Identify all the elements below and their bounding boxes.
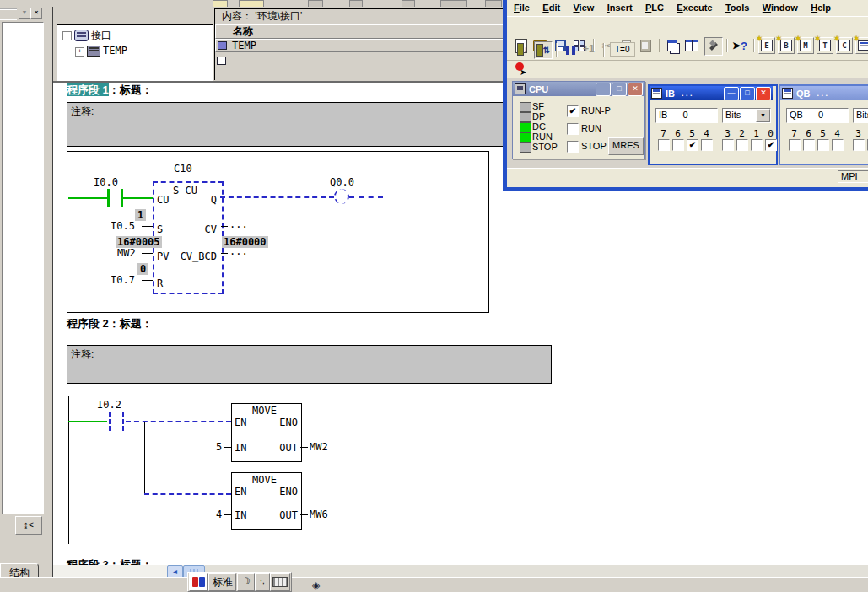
cpu-mode-runp-label: RUN-P: [581, 105, 611, 116]
ib-address-prefix: IB: [656, 109, 667, 122]
network2-comment[interactable]: 注释:: [67, 345, 552, 384]
ib-bit1-checkbox[interactable]: [751, 139, 763, 151]
ime-mode-button[interactable]: 标准: [208, 573, 236, 591]
ib-bit7-checkbox[interactable]: [658, 139, 670, 151]
ib-format-combobox[interactable]: Bits ▼: [722, 108, 771, 123]
new-row-icon-cell[interactable]: [215, 55, 228, 67]
cv-output-value[interactable]: ...: [229, 218, 248, 230]
network2-title[interactable]: 程序段 2：标题：: [67, 316, 153, 331]
network3-title[interactable]: 程序段 3：标题：: [67, 557, 153, 565]
ime-softkeyboard-icon[interactable]: [270, 573, 290, 591]
network1-comment[interactable]: 注释:: [67, 102, 507, 147]
ib-bit3-checkbox[interactable]: [722, 139, 734, 151]
coil-q00-label[interactable]: Q0.0: [330, 176, 354, 188]
menu-insert[interactable]: Insert: [602, 1, 638, 14]
tree-expander-minus[interactable]: −: [62, 31, 72, 40]
qb-bit4-checkbox[interactable]: [832, 139, 844, 151]
ib-minimize-button[interactable]: —: [724, 87, 739, 100]
menu-execute[interactable]: Execute: [671, 1, 717, 14]
move2-out-operand[interactable]: MW6: [310, 509, 328, 520]
cpu-titlebar[interactable]: CPU — □ ✕: [513, 82, 644, 96]
tree-child-label[interactable]: TEMP: [103, 45, 127, 57]
pause-icon[interactable]: [563, 43, 578, 57]
qb-bit5-checkbox[interactable]: [817, 139, 829, 151]
ib-window-icon: [651, 88, 662, 99]
r-operand[interactable]: I0.7: [111, 274, 135, 286]
qb-address-field[interactable]: QB 0: [786, 108, 849, 123]
record-playback-icon[interactable]: ➤: [514, 62, 531, 76]
cpu-minimize-button[interactable]: —: [596, 83, 611, 96]
ime-punctuation-icon[interactable]: ·,: [255, 573, 270, 591]
plcsim-client-area: CPU — □ ✕ SF DP DC RUN STOP ✔ RUN-P: [507, 78, 868, 168]
menu-tools[interactable]: Tools: [720, 1, 755, 14]
ib-bit6-checkbox[interactable]: [672, 139, 684, 151]
ib-format-dropdown-arrow[interactable]: ▼: [756, 109, 770, 122]
s-operand[interactable]: I0.5: [111, 220, 135, 232]
catalog-jump-button[interactable]: ↨<: [15, 516, 42, 535]
catalog-dropdown-button[interactable]: ▼: [19, 8, 30, 19]
qb-bit7-checkbox[interactable]: [789, 139, 801, 151]
move2-in-value[interactable]: 4: [216, 509, 222, 520]
qb-bit6-checkbox[interactable]: [803, 139, 815, 151]
network1-title[interactable]: 程序段 1：标题：: [67, 83, 153, 98]
catalog-list[interactable]: [2, 22, 44, 514]
contact-i02-bar-left: [109, 412, 111, 431]
counter-name[interactable]: C10: [174, 163, 192, 175]
qb-titlebar[interactable]: QB . . . —: [780, 86, 868, 100]
plus-one-button[interactable]: +1: [583, 43, 595, 55]
ib-titlebar[interactable]: IB . . . — □ ✕: [650, 86, 773, 100]
catalog-grip[interactable]: [0, 8, 17, 20]
catalog-close-button[interactable]: ×: [30, 8, 42, 19]
network1-title-selected[interactable]: 程序段 1: [67, 83, 109, 96]
cpu-maximize-button[interactable]: □: [612, 83, 627, 96]
ib-bit5-checkbox[interactable]: ✔: [687, 139, 698, 151]
move1-in-value[interactable]: 5: [216, 441, 222, 453]
move2-eno: ENO: [279, 486, 298, 498]
move1-block[interactable]: MOVE EN ENO IN OUT: [231, 403, 302, 462]
cpu-led-run-label: RUN: [532, 132, 553, 142]
cpu-mode-run-checkbox[interactable]: [567, 123, 579, 135]
cvbcd-output-value[interactable]: ...: [229, 245, 248, 257]
cpu-close-button[interactable]: ✕: [628, 83, 643, 96]
tree-root-label[interactable]: 接口: [91, 29, 111, 43]
qb-address-value: 0: [803, 109, 823, 122]
ib-bit0-checkbox[interactable]: ✔: [765, 139, 777, 151]
menu-window[interactable]: Window: [757, 1, 803, 14]
ib-address-field[interactable]: IB 0: [655, 108, 718, 123]
contact-i02-label[interactable]: I0.2: [97, 399, 121, 411]
menu-plc[interactable]: PLC: [640, 1, 669, 14]
cpu-mode-stop-checkbox[interactable]: [567, 141, 579, 153]
menu-view[interactable]: View: [568, 1, 599, 14]
ib-bit4-checkbox[interactable]: [701, 139, 713, 151]
move2-in: IN: [235, 509, 246, 521]
menu-edit[interactable]: Edit: [537, 1, 565, 14]
s-monitor-value: 1: [135, 209, 146, 221]
cpu-mode-runp-checkbox[interactable]: ✔: [567, 105, 579, 117]
coil-arc-left: [334, 189, 342, 204]
single-scan-icon[interactable]: ↓: [514, 41, 531, 57]
ime-fullhalf-moon-icon[interactable]: ☽: [237, 573, 254, 591]
network1-selection-rect[interactable]: [67, 151, 489, 313]
ib-maximize-button[interactable]: □: [740, 87, 755, 100]
contact-i00-label[interactable]: I0.0: [94, 176, 118, 188]
ib-bit-label: 4: [701, 128, 712, 139]
menu-file[interactable]: File: [509, 1, 535, 14]
counter-block[interactable]: S_CU CU Q S CV PV CV_BCD R: [153, 181, 224, 294]
move1-out-operand[interactable]: MW2: [310, 441, 328, 453]
mres-button[interactable]: MRES: [608, 137, 644, 155]
qb-format-combobox[interactable]: Bits: [853, 108, 868, 123]
move2-block[interactable]: MOVE EN ENO IN OUT: [231, 472, 302, 530]
tree-expander-plus[interactable]: +: [75, 47, 84, 57]
ime-logo-icon[interactable]: [189, 573, 208, 591]
interface-tree[interactable]: − 接口 + TEMP: [57, 24, 213, 82]
t0-button[interactable]: T=0: [610, 42, 635, 57]
row-icon-cell[interactable]: [215, 39, 229, 52]
menu-help[interactable]: Help: [806, 1, 836, 14]
ib-close-button[interactable]: ✕: [756, 87, 771, 100]
temp-icon: [87, 46, 100, 57]
coil-q00[interactable]: [334, 189, 349, 206]
ib-bit2-checkbox[interactable]: [736, 139, 748, 151]
continuous-scan-icon[interactable]: ⇅: [534, 41, 553, 59]
pv-operand[interactable]: MW2: [117, 247, 136, 259]
qb-bit3-checkbox[interactable]: [853, 139, 865, 151]
